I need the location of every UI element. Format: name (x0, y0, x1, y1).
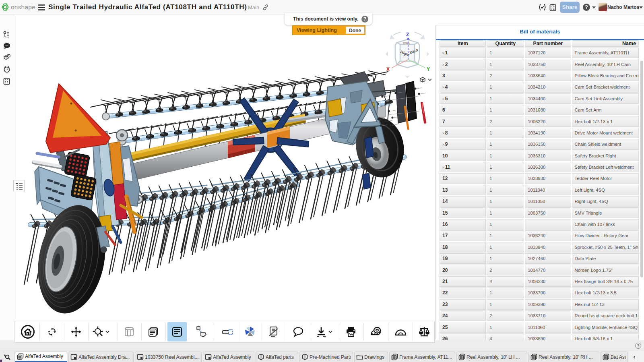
svg-text:Y: Y (427, 66, 430, 72)
svg-text:Z: Z (406, 32, 409, 37)
svg-text:X: X (386, 66, 390, 72)
